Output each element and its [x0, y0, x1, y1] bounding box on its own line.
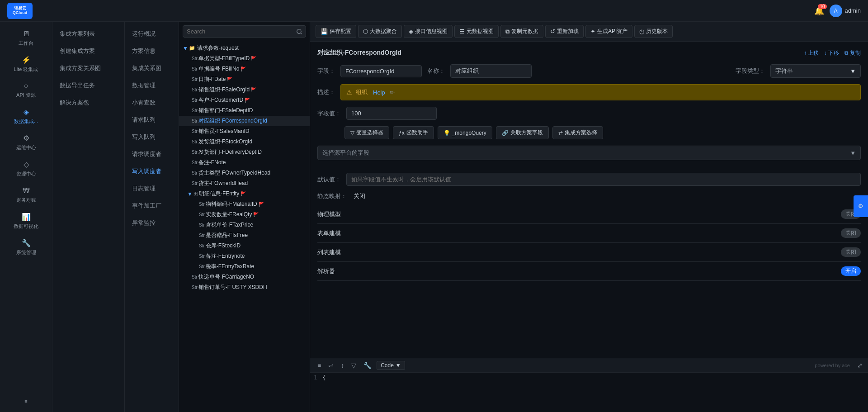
search-input[interactable]: [183, 25, 306, 38]
tree-node-sales-dept[interactable]: Str 销售部门-FSaleDeptID: [179, 105, 310, 116]
align-right-icon[interactable]: ⇌: [326, 361, 335, 370]
tree-node-sales-org[interactable]: Str 销售组织-FSaleOrgId 🚩: [179, 85, 310, 95]
tree-node-carriage[interactable]: Str 快递单号-FCarriageNO: [179, 272, 310, 282]
tree-node-delivery-dept[interactable]: Str 发货部门-FDeliveryDeptID: [179, 147, 310, 157]
logo-text: 轻易云 QCloud: [13, 6, 28, 15]
editor-body[interactable]: 1 {: [310, 373, 868, 412]
interface-view-button[interactable]: ◈ 接口信息视图: [404, 25, 453, 38]
third-item-integration-map[interactable]: 集成关系图: [125, 60, 179, 77]
bottom-editor: ≡ ⇌ ↕ ▽ 🔧 Code ▼ powered by ace ⤢ 1 {: [310, 358, 868, 412]
sidebar-item-resources[interactable]: ◇ 资源中心: [0, 156, 52, 182]
tree-node-sale-order[interactable]: Str 销售订单号-F USTY XSDDH: [179, 282, 310, 293]
tree-node-note[interactable]: Str 备注-FNote: [179, 157, 310, 168]
history-button[interactable]: ◷ 历史版本: [634, 25, 673, 38]
variable-selector-button[interactable]: ▽ 变量选择器: [344, 126, 389, 139]
tree-node-correspond-org[interactable]: Str 对应组织-FCorrespondOrgId: [179, 116, 310, 126]
tree-node-salesman[interactable]: Str 销售员-FSalesManID: [179, 126, 310, 137]
wrench-icon[interactable]: 🔧: [362, 361, 373, 370]
sidebar-item-workbench[interactable]: 🖥 工作台: [0, 25, 52, 51]
second-item-create-solution[interactable]: 创建集成方案: [52, 43, 124, 60]
notification-bell[interactable]: 🔔 10: [814, 6, 824, 16]
related-field-button[interactable]: 🔗 关联方案字段: [496, 126, 549, 139]
field-val-input[interactable]: [346, 107, 437, 120]
sidebar-item-lite[interactable]: ⚡ Lite 轻集成: [0, 51, 52, 77]
parser-toggle[interactable]: 开启: [841, 266, 861, 276]
save-config-button[interactable]: 💾 保存配置: [316, 25, 356, 38]
second-item-export-task[interactable]: 数据导出任务: [52, 77, 124, 94]
tree-node-bill-type[interactable]: Str 单据类型-FBillTypeID 🚩: [179, 53, 310, 64]
third-item-write-queue[interactable]: 写入队列: [125, 128, 179, 146]
third-item-xiao-qing[interactable]: 小青查数: [125, 94, 179, 111]
third-item-data-management[interactable]: 数据管理: [125, 77, 179, 94]
tree-node-bill-no[interactable]: Str 单据编号-FBillNo 🚩: [179, 64, 310, 74]
mongo-query-button[interactable]: 💡 _mongoQuery: [438, 126, 492, 139]
list-model-toggle[interactable]: 关闭: [841, 247, 861, 257]
tree-node-stock[interactable]: Str 仓库-FStockID: [179, 241, 310, 251]
default-val-input[interactable]: [346, 173, 861, 186]
tree-node-real-qty[interactable]: Str 实发数量-FRealQty 🚩: [179, 209, 310, 220]
form-model-toggle[interactable]: 关闭: [841, 228, 861, 238]
tree-node-entrynote[interactable]: Str 备注-FEntrynote: [179, 251, 310, 261]
tree-node-owner-type[interactable]: Str 货主类型-FOwnerTypeIdHead: [179, 168, 310, 178]
tree-node-taxrate[interactable]: Str 税率-FEntryTaxRate: [179, 261, 310, 272]
tree-node-tax-price[interactable]: Str 含税单价-FTaxPrice: [179, 220, 310, 230]
meta-view-button[interactable]: ☰ 元数据视图: [454, 25, 499, 38]
tree-node-is-free[interactable]: Str 是否赠品-FIsFree: [179, 230, 310, 241]
sidebar-item-ops[interactable]: ⚙ 运维中心: [0, 129, 52, 156]
tree-node-stock-org[interactable]: Str 发货组织-FStockOrgId: [179, 137, 310, 147]
expand-editor-button[interactable]: ⤢: [857, 362, 863, 369]
user-menu[interactable]: A admin: [830, 5, 861, 17]
sidebar-label-finance: 财务对账: [16, 197, 36, 204]
detail-content: 对应组织-FCorrespondOrgId ↑ 上移 ↓ 下移 ⧉ 复制: [310, 42, 868, 358]
sidebar-item-dataviz[interactable]: 📊 数据可视化: [0, 208, 52, 234]
tree-node-material[interactable]: Str 物料编码-FMaterialID 🚩: [179, 199, 310, 209]
move-down-button[interactable]: ↓ 下移: [824, 49, 839, 57]
tree-node-owner[interactable]: Str 货主-FOwnerIdHead: [179, 178, 310, 189]
third-item-write-scheduler[interactable]: 写入调度者: [125, 163, 179, 180]
code-content[interactable]: {: [322, 374, 326, 410]
sort-icon[interactable]: ↕: [339, 361, 346, 370]
sidebar-menu-toggle[interactable]: ≡: [0, 394, 52, 408]
third-item-scheduler[interactable]: 请求调度者: [125, 146, 179, 163]
settings-gear-button[interactable]: ⚙: [854, 195, 868, 217]
tree-node-customer[interactable]: Str 客户-FCustomerID 🚩: [179, 95, 310, 105]
third-item-solution-info[interactable]: 方案信息: [125, 43, 179, 60]
type-select[interactable]: 字符串 ▼: [770, 64, 861, 78]
copy-meta-button[interactable]: ⧉ 复制元数据: [500, 25, 543, 38]
collapse-icon[interactable]: ▼: [183, 45, 188, 52]
tree-node-root[interactable]: ▼ 📁 请求参数-request: [179, 43, 310, 53]
third-item-request-queue[interactable]: 请求队列: [125, 111, 179, 128]
move-up-button[interactable]: ↑ 上移: [804, 49, 819, 57]
third-item-exception-monitor[interactable]: 异常监控: [125, 214, 179, 232]
align-left-icon[interactable]: ≡: [316, 361, 323, 370]
tree-node-label: 备注-FNote: [198, 159, 226, 166]
function-helper-button[interactable]: ƒx 函数助手: [393, 126, 434, 139]
copy-button[interactable]: ⧉ 复制: [844, 49, 861, 57]
second-item-relation[interactable]: 集成方案关系图: [52, 60, 124, 77]
filter-icon[interactable]: ▽: [349, 361, 358, 370]
source-platform-select[interactable]: 选择源平台的字段 ▼: [317, 146, 861, 160]
third-item-event-factory[interactable]: 事件加工厂: [125, 197, 179, 214]
third-item-run-overview[interactable]: 运行概况: [125, 25, 179, 43]
sidebar-item-data-integration[interactable]: ◈ 数据集成...: [0, 103, 52, 129]
sidebar-item-api[interactable]: ○ API 资源: [0, 77, 52, 103]
tree-node-date[interactable]: Str 日期-FDate 🚩: [179, 74, 310, 85]
gen-api-button[interactable]: ✦ 生成API资产: [585, 25, 632, 38]
collapse-icon[interactable]: ▼: [187, 191, 193, 197]
type-badge: Str: [199, 202, 205, 207]
sidebar-item-sysadmin[interactable]: 🔧 系统管理: [0, 234, 52, 260]
integration-select-button[interactable]: ⇄ 集成方案选择: [552, 126, 603, 139]
sidebar-item-finance[interactable]: ₩ 财务对账: [0, 182, 52, 208]
desc-edit-icon[interactable]: ✏: [390, 89, 395, 96]
physical-model-row: 物理模型 关闭: [317, 205, 861, 224]
code-language-select[interactable]: Code ▼: [377, 361, 405, 370]
third-item-log-mgmt[interactable]: 日志管理: [125, 180, 179, 197]
help-link[interactable]: Help: [373, 89, 385, 96]
source-row: 选择源平台的字段 ▼: [317, 146, 861, 166]
second-item-solution-list[interactable]: 集成方案列表: [52, 25, 124, 43]
big-data-button[interactable]: ⬡ 大数据聚合: [358, 25, 402, 38]
meta-view-label: 元数据视图: [467, 28, 494, 35]
reload-button[interactable]: ↺ 重新加载: [545, 25, 584, 38]
tree-node-fentity[interactable]: ▼ 田 明细信息-FEntity 🚩: [179, 189, 310, 199]
second-item-solution-package[interactable]: 解决方案包: [52, 94, 124, 111]
